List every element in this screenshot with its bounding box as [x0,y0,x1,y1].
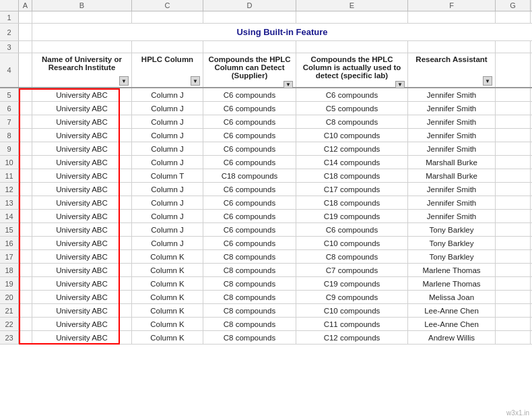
cell-17d[interactable]: C8 compounds [203,250,296,263]
cell-16f[interactable]: Tony Barkley [408,237,496,249]
cell-21f[interactable]: Lee-Anne Chen [408,304,496,317]
cell-23b[interactable]: University ABC [32,331,132,344]
cell-5f[interactable]: Jennifer Smith [408,88,496,101]
cell-20e[interactable]: C9 compounds [296,291,408,303]
cell-17b[interactable]: University ABC [32,250,132,263]
filter-btn-b[interactable]: ▼ [119,76,129,86]
cell-13d[interactable]: C6 compounds [203,196,296,209]
cell-7b[interactable]: University ABC [32,115,132,128]
col-header-c[interactable]: C [132,0,203,11]
cell-18b[interactable]: University ABC [32,264,132,276]
cell-19c[interactable]: Column K [132,277,203,290]
cell-19e[interactable]: C19 compounds [296,277,408,290]
cell-11e[interactable]: C18 compounds [296,169,408,182]
cell-20c[interactable]: Column K [132,291,203,303]
cell-5b[interactable]: University ABC [32,88,132,101]
cell-5e[interactable]: C6 compounds [296,88,408,101]
cell-10c[interactable]: Column J [132,156,203,169]
col-header-e[interactable]: E [296,0,408,11]
cell-6c[interactable]: Column J [132,102,203,115]
cell-12e[interactable]: C17 compounds [296,183,408,196]
col-header-f[interactable]: F [408,0,496,11]
cell-19d[interactable]: C8 compounds [203,277,296,290]
cell-14e[interactable]: C19 compounds [296,210,408,222]
cell-23e[interactable]: C12 compounds [296,331,408,344]
filter-btn-d[interactable]: ▼ [284,81,293,88]
cell-23d[interactable]: C8 compounds [203,331,296,344]
cell-8b[interactable]: University ABC [32,129,132,142]
cell-10d[interactable]: C6 compounds [203,156,296,169]
cell-8c[interactable]: Column J [132,129,203,142]
cell-15f[interactable]: Tony Barkley [408,223,496,236]
cell-12d[interactable]: C6 compounds [203,183,296,196]
cell-18e[interactable]: C7 compounds [296,264,408,276]
cell-8e[interactable]: C10 compounds [296,129,408,142]
cell-10e[interactable]: C14 compounds [296,156,408,169]
filter-btn-f[interactable]: ▼ [483,76,492,86]
filter-btn-e[interactable]: ▼ [395,81,405,88]
cell-10f[interactable]: Marshall Burke [408,156,496,169]
cell-18f[interactable]: Marlene Thomas [408,264,496,276]
cell-7e[interactable]: C8 compounds [296,115,408,128]
cell-7f[interactable]: Jennifer Smith [408,115,496,128]
cell-17c[interactable]: Column K [132,250,203,263]
cell-7c[interactable]: Column J [132,115,203,128]
cell-21b[interactable]: University ABC [32,304,132,317]
cell-12f[interactable]: Jennifer Smith [408,183,496,196]
cell-8d[interactable]: C6 compounds [203,129,296,142]
cell-15e[interactable]: C6 compounds [296,223,408,236]
cell-9e[interactable]: C12 compounds [296,142,408,155]
cell-22e[interactable]: C11 compounds [296,318,408,330]
cell-17e[interactable]: C8 compounds [296,250,408,263]
cell-14d[interactable]: C6 compounds [203,210,296,222]
cell-11c[interactable]: Column T [132,169,203,182]
cell-22c[interactable]: Column K [132,318,203,330]
cell-20b[interactable]: University ABC [32,291,132,303]
cell-11f[interactable]: Marshall Burke [408,169,496,182]
cell-9c[interactable]: Column J [132,142,203,155]
cell-23f[interactable]: Andrew Willis [408,331,496,344]
cell-10b[interactable]: University ABC [32,156,132,169]
cell-11b[interactable]: University ABC [32,169,132,182]
cell-21d[interactable]: C8 compounds [203,304,296,317]
col-header-g[interactable]: G [496,0,531,11]
cell-21c[interactable]: Column K [132,304,203,317]
cell-5d[interactable]: C6 compounds [203,88,296,101]
cell-13e[interactable]: C18 compounds [296,196,408,209]
cell-13c[interactable]: Column J [132,196,203,209]
cell-21e[interactable]: C10 compounds [296,304,408,317]
cell-23c[interactable]: Column K [132,331,203,344]
cell-14b[interactable]: University ABC [32,210,132,222]
cell-7d[interactable]: C6 compounds [203,115,296,128]
cell-15b[interactable]: University ABC [32,223,132,236]
cell-8f[interactable]: Jennifer Smith [408,129,496,142]
cell-6d[interactable]: C6 compounds [203,102,296,115]
cell-22b[interactable]: University ABC [32,318,132,330]
cell-14c[interactable]: Column J [132,210,203,222]
cell-20f[interactable]: Melissa Joan [408,291,496,303]
cell-6b[interactable]: University ABC [32,102,132,115]
col-header-a[interactable]: A [19,0,32,11]
cell-15c[interactable]: Column J [132,223,203,236]
cell-6f[interactable]: Jennifer Smith [408,102,496,115]
cell-18d[interactable]: C8 compounds [203,264,296,276]
cell-9f[interactable]: Jennifer Smith [408,142,496,155]
cell-16e[interactable]: C10 compounds [296,237,408,249]
cell-5c[interactable]: Column J [132,88,203,101]
cell-16c[interactable]: Column J [132,237,203,249]
cell-15d[interactable]: C6 compounds [203,223,296,236]
cell-14f[interactable]: Jennifer Smith [408,210,496,222]
filter-btn-c[interactable]: ▼ [191,76,200,86]
cell-11d[interactable]: C18 compounds [203,169,296,182]
col-header-b[interactable]: B [32,0,132,11]
cell-13f[interactable]: Jennifer Smith [408,196,496,209]
cell-22d[interactable]: C8 compounds [203,318,296,330]
cell-17f[interactable]: Tony Barkley [408,250,496,263]
cell-9d[interactable]: C6 compounds [203,142,296,155]
cell-19b[interactable]: University ABC [32,277,132,290]
cell-9b[interactable]: University ABC [32,142,132,155]
cell-19f[interactable]: Marlene Thomas [408,277,496,290]
col-header-d[interactable]: D [203,0,296,11]
cell-16b[interactable]: University ABC [32,237,132,249]
cell-12c[interactable]: Column J [132,183,203,196]
